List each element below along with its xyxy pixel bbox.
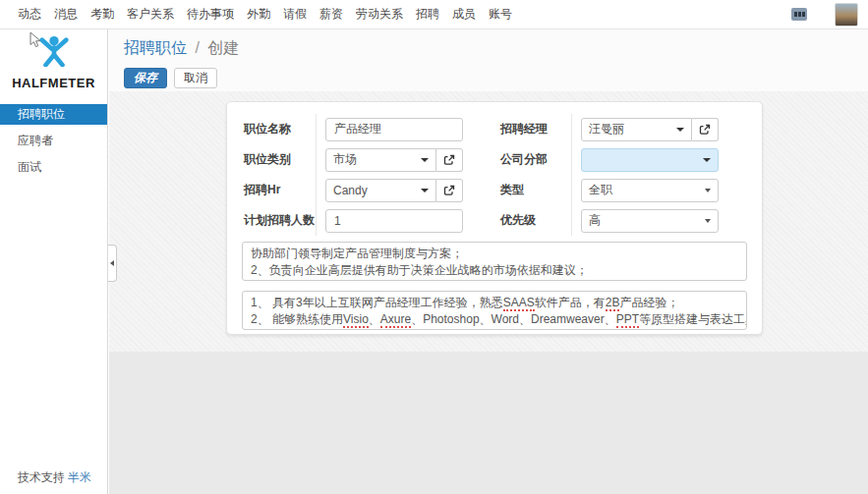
recruiting-hr-open-button[interactable] [436,179,463,202]
priority-label: 优先级 [500,212,571,229]
support-link[interactable]: 半米 [68,470,91,484]
breadcrumb-section-link[interactable]: 招聘职位 [124,39,187,56]
sidebar-item-interviews[interactable]: 面试 [0,157,107,178]
page-header: 招聘职位 / 创建 保存 取消 [109,29,868,91]
company-branch-dropdown[interactable] [581,148,719,172]
employment-type-select[interactable]: 全职 [581,179,719,202]
job-category-label: 职位类别 [227,151,316,168]
breadcrumb-separator: / [195,39,199,56]
hiring-manager-value: 汪曼丽 [589,121,624,137]
page-background [109,352,868,494]
user-avatar[interactable] [835,3,858,27]
nav-item-members[interactable]: 成员 [452,6,476,23]
form-row: 职位类别 市场 公司分部 [227,144,762,175]
select-arrow-icon [705,219,711,223]
nav-item-field-work[interactable]: 外勤 [247,6,270,23]
sidebar-collapse-toggle[interactable] [108,245,117,282]
recruiting-hr-label: 招聘Hr [227,182,316,198]
job-name-input[interactable] [325,118,463,141]
sidebar-item-job-positions[interactable]: 招聘职位 [0,104,107,125]
nav-item-crm[interactable]: 客户关系 [127,6,174,23]
top-navigation: 动态 消息 考勤 客户关系 待办事项 外勤 请假 薪资 劳动关系 招聘 成员 账… [0,0,868,29]
nav-items: 动态 消息 考勤 客户关系 待办事项 外勤 请假 薪资 劳动关系 招聘 成员 账… [18,6,512,23]
chevron-down-icon [421,158,429,162]
headcount-label: 计划招聘人数 [227,212,316,229]
job-category-open-button[interactable] [436,148,463,172]
employment-type-label: 类型 [500,182,571,198]
breadcrumb-current: 创建 [207,39,239,56]
hiring-manager-label: 招聘经理 [500,121,571,137]
chevron-down-icon [421,189,429,192]
hiring-manager-open-button[interactable] [692,118,719,141]
job-name-label: 职位名称 [227,121,316,137]
recruiting-hr-value: Candy [333,184,368,197]
priority-value: 高 [589,212,601,229]
sidebar: halfmeter 招聘职位 应聘者 面试 技术支持半米 [0,29,108,494]
nav-item-recruiting[interactable]: 招聘 [416,6,439,23]
job-form-card: 职位名称 招聘经理 汪曼丽 [226,101,763,335]
job-category-dropdown[interactable]: 市场 [325,148,436,172]
nav-item-attendance[interactable]: 考勤 [90,6,114,23]
save-button[interactable]: 保存 [124,68,167,88]
nav-item-payroll[interactable]: 薪资 [319,6,343,23]
brand-name: halfmeter [0,71,107,92]
sidebar-item-applicants[interactable]: 应聘者 [0,131,107,151]
external-link-icon [699,124,711,136]
sidebar-menu: 招聘职位 应聘者 面试 [0,104,107,178]
headcount-input[interactable] [325,209,463,233]
support-footer: 技术支持半米 [18,469,91,486]
recruiting-hr-dropdown[interactable]: Candy [325,179,436,202]
support-label: 技术支持 [18,470,65,484]
chat-icon[interactable] [791,8,807,21]
company-branch-label: 公司分部 [500,151,571,168]
job-category-value: 市场 [333,151,357,168]
chevron-down-icon [676,128,684,132]
cancel-button[interactable]: 取消 [174,68,217,88]
form-row: 计划招聘人数 优先级 高 [227,205,762,236]
main-content: 招聘职位 / 创建 保存 取消 职位名称 招聘经理 [109,29,868,494]
nav-item-leave[interactable]: 请假 [283,6,307,23]
breadcrumb: 招聘职位 / 创建 [124,38,868,59]
hiring-manager-dropdown[interactable]: 汪曼丽 [581,118,692,141]
nav-item-account[interactable]: 账号 [489,6,512,23]
nav-item-labor-relations[interactable]: 劳动关系 [356,6,403,23]
job-requirements-textarea[interactable]: 1、 具有3年以上互联网产品经理工作经验，熟悉SAAS软件产品，有2B产品经验；… [242,291,747,330]
toolbar: 保存 取消 [124,68,868,88]
external-link-icon [443,154,455,166]
form-row: 招聘Hr Candy 类型 [227,175,762,205]
app-window: 动态 消息 考勤 客户关系 待办事项 外勤 请假 薪资 劳动关系 招聘 成员 账… [0,0,868,494]
job-responsibilities-textarea[interactable]: 协助部门领导制定产品管理制度与方案；2、负责向企业高层提供有助于决策企业战略的市… [242,242,747,281]
brand-logo: halfmeter [0,29,107,92]
form-area: 职位名称 招聘经理 汪曼丽 [109,91,868,352]
nav-item-todo[interactable]: 待办事项 [187,6,234,23]
external-link-icon [443,185,455,196]
label-field-divider-right [571,114,572,236]
label-field-divider-left [316,114,317,236]
brand-figure-icon [35,35,73,67]
employment-type-value: 全职 [589,182,612,198]
form-row: 职位名称 招聘经理 汪曼丽 [227,114,762,144]
nav-item-messages[interactable]: 消息 [54,6,78,23]
select-arrow-icon [705,189,711,192]
collapse-arrow-icon [110,260,114,266]
chevron-down-icon [703,158,711,162]
nav-item-feed[interactable]: 动态 [18,6,41,23]
priority-select[interactable]: 高 [581,209,719,233]
